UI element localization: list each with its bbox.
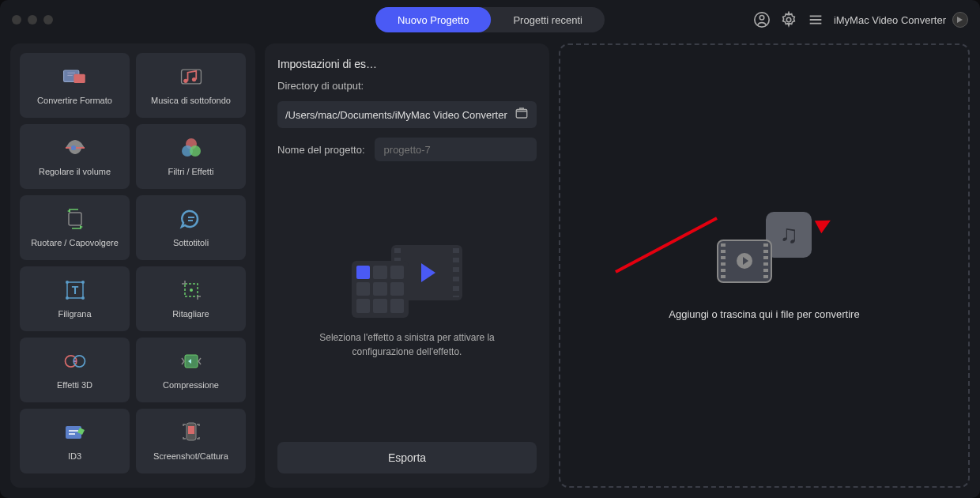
settings-icon[interactable]: [780, 11, 797, 28]
svg-point-17: [66, 296, 69, 300]
account-icon[interactable]: [753, 11, 771, 28]
tool-id3[interactable]: ID3: [20, 409, 130, 473]
tool-adjust-volume[interactable]: Regolare il volume: [20, 124, 130, 189]
tool-label: Effetti 3D: [57, 380, 92, 390]
tool-label: Musica di sottofondo: [151, 96, 231, 106]
tool-label: Ruotare / Capovolgere: [31, 238, 119, 248]
effect-placeholder: Seleziona l'effetto a sinistra per attiv…: [277, 171, 537, 432]
drop-zone-icon: ♫: [717, 212, 812, 283]
app-title: iMyMac Video Converter: [834, 12, 968, 28]
video-file-icon: [717, 240, 772, 283]
placeholder-text: Seleziona l'effetto a sinistra per attiv…: [304, 330, 510, 359]
window-controls: [12, 15, 53, 25]
rotate-flip-icon: [62, 206, 88, 232]
tool-filters-effects[interactable]: Filtri / Effetti: [136, 124, 246, 189]
tool-label: Filtri / Effetti: [168, 167, 214, 177]
export-settings-panel: Impostazioni di es… Directory di output:…: [265, 43, 549, 488]
settings-title: Impostazioni di es…: [277, 58, 537, 70]
browse-folder-icon[interactable]: [514, 106, 529, 123]
tool-subtitles[interactable]: Sottotitoli: [136, 195, 246, 260]
maximize-window-icon[interactable]: [43, 15, 53, 25]
audio-file-icon: ♫: [766, 212, 812, 258]
svg-point-2: [786, 17, 791, 22]
tool-rotate-flip[interactable]: Ruotare / Capovolgere: [20, 195, 130, 260]
convert-format-icon: [62, 64, 88, 89]
id3-icon: [62, 420, 88, 445]
project-name-label: Nome del progetto:: [277, 144, 365, 156]
tools-sidebar: Convertire FormatoMusica di sottofondoRe…: [10, 43, 255, 488]
file-drop-zone[interactable]: ♫ Aggiungi o trascina qui i file per con…: [559, 43, 970, 488]
tool-convert-format[interactable]: Convertire Formato: [20, 53, 130, 118]
annotation-arrow: [616, 270, 730, 274]
tool-label: Filigrana: [58, 309, 91, 319]
tool-3d-effects[interactable]: Effetti 3D: [20, 338, 130, 402]
tab-new-project[interactable]: Nuovo Progetto: [375, 7, 491, 32]
output-dir-value: /Users/mac/Documents/iMyMac Video Conver…: [285, 109, 510, 121]
svg-rect-27: [516, 110, 527, 119]
svg-point-1: [760, 16, 764, 21]
svg-point-16: [81, 281, 85, 284]
3d-effects-icon: [62, 349, 88, 374]
filters-effects-icon: [179, 135, 204, 160]
drop-zone-text: Aggiungi o trascina qui i file per conve…: [669, 308, 859, 320]
minimize-window-icon[interactable]: [28, 15, 37, 25]
tool-label: Ritagliare: [172, 309, 209, 319]
svg-point-20: [190, 289, 193, 292]
effects-grid-icon: [352, 261, 409, 318]
tool-label: ID3: [68, 451, 81, 462]
project-tabs: Nuovo Progetto Progetti recenti: [375, 7, 605, 32]
project-name-input[interactable]: [375, 138, 537, 161]
screenshot-capture-icon: [179, 420, 204, 445]
titlebar: Nuovo Progetto Progetti recenti iMyMac V…: [0, 0, 980, 40]
tool-label: Compressione: [163, 380, 219, 390]
output-dir-field[interactable]: /Users/mac/Documents/iMyMac Video Conver…: [277, 101, 537, 128]
svg-rect-12: [69, 213, 81, 225]
svg-rect-26: [188, 426, 194, 434]
adjust-volume-icon: [62, 135, 88, 160]
app-logo-icon: [952, 12, 968, 28]
export-button[interactable]: Esporta: [277, 442, 537, 473]
tool-screenshot-capture[interactable]: Screenshot/Cattura: [136, 409, 246, 473]
tool-compression[interactable]: Compressione: [136, 338, 246, 402]
subtitles-icon: [179, 206, 204, 232]
svg-point-11: [190, 145, 201, 157]
tab-recent-projects[interactable]: Progetti recenti: [491, 7, 604, 32]
compression-icon: [179, 349, 204, 374]
tool-label: Regolare il volume: [39, 167, 111, 177]
placeholder-icon: [352, 245, 462, 316]
tool-label: Screenshot/Cattura: [153, 451, 228, 462]
tool-label: Sottotitoli: [173, 238, 209, 248]
tool-label: Convertire Formato: [37, 96, 112, 106]
svg-text:T: T: [71, 284, 78, 296]
menu-icon[interactable]: [807, 11, 824, 28]
svg-rect-4: [74, 74, 85, 83]
svg-point-18: [81, 296, 85, 300]
svg-point-8: [71, 145, 76, 150]
tool-background-music[interactable]: Musica di sottofondo: [136, 53, 246, 118]
watermark-icon: T: [62, 277, 88, 303]
background-music-icon: [179, 64, 204, 89]
close-window-icon[interactable]: [12, 15, 21, 25]
svg-point-15: [66, 281, 69, 284]
tool-crop[interactable]: Ritagliare: [136, 266, 246, 331]
tool-watermark[interactable]: TFiligrana: [20, 266, 130, 331]
crop-icon: [179, 277, 204, 303]
output-dir-label: Directory di output:: [277, 80, 537, 92]
